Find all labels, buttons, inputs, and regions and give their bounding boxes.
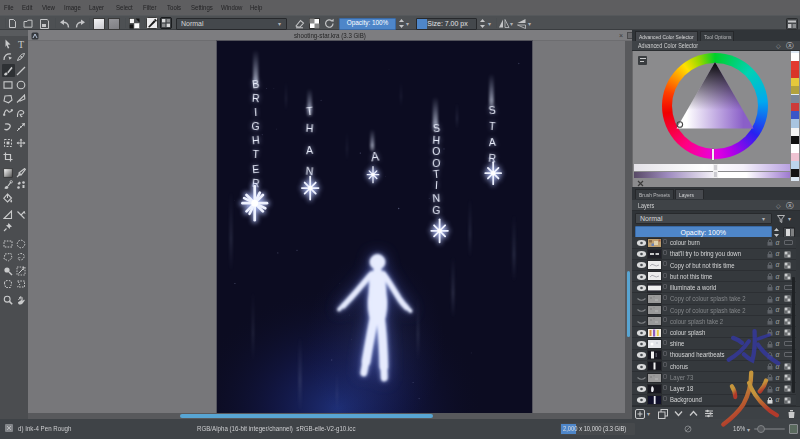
svg-text:A: A (370, 149, 380, 164)
svg-text:G: G (432, 203, 442, 216)
svg-text:T: T (17, 39, 23, 49)
svg-text:A: A (488, 136, 496, 148)
svg-text:H: H (305, 122, 314, 135)
svg-text:R: R (251, 92, 260, 105)
svg-text:G: G (251, 119, 260, 132)
svg-text:A: A (306, 144, 314, 156)
svg-text:H: H (251, 134, 260, 147)
svg-text:B: B (251, 78, 259, 91)
svg-text:E: E (252, 162, 260, 175)
svg-text:N: N (432, 191, 441, 204)
svg-text:S: S (432, 121, 440, 134)
svg-text:S: S (488, 104, 496, 117)
